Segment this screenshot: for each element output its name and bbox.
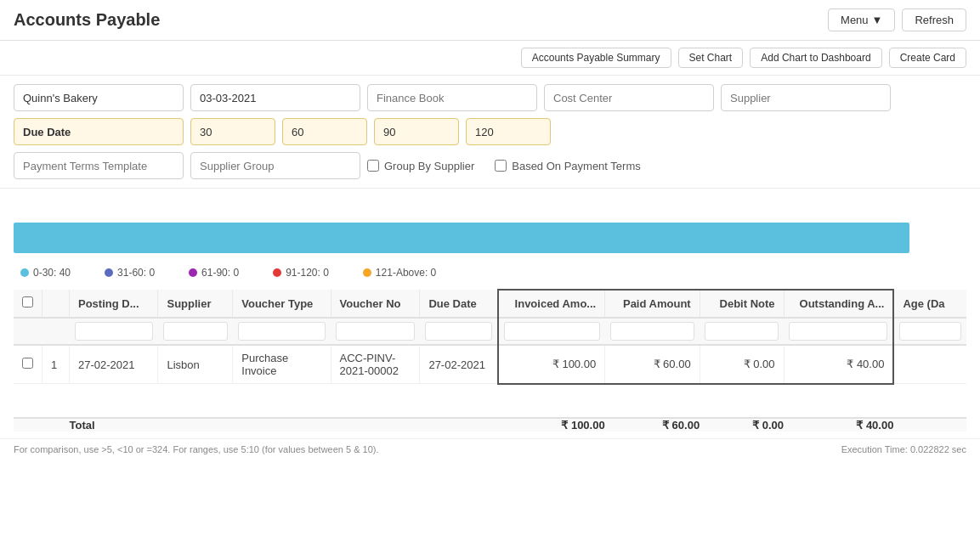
filter-cell-voucher-no: [331, 318, 420, 345]
row-debit-note: ₹ 0.00: [700, 345, 784, 384]
table-filter-row: [14, 318, 966, 345]
legend-dot-above: [363, 268, 371, 277]
row-checkbox[interactable]: [22, 358, 33, 369]
table-row: 1 27-02-2021 Lisbon Purchase Invoice ACC…: [14, 345, 966, 384]
total-debit-note: ₹ 0.00: [700, 418, 784, 432]
total-check-cell: [14, 418, 42, 432]
total-invoiced-amount: ₹ 100.00: [498, 418, 605, 432]
summary-button[interactable]: Accounts Payable Summary: [521, 48, 671, 68]
col-header-checkbox: [14, 290, 42, 318]
filter-voucher-type[interactable]: [238, 322, 326, 341]
row-supplier: Lisbon: [158, 345, 233, 384]
legend-label-030: 0-30: 40: [33, 267, 71, 279]
legend-item-above: 121-Above: 0: [363, 267, 436, 279]
finance-book-input[interactable]: [367, 84, 537, 111]
legend-dot-91120: [273, 268, 281, 277]
total-supplier-cell: [158, 418, 233, 432]
bar-fill-030: [14, 223, 909, 253]
col-header-paid-amount: Paid Amount: [605, 290, 700, 318]
filter-row-1: [14, 84, 966, 111]
filter-cell-check: [14, 318, 42, 345]
col-header-supplier: Supplier: [158, 290, 233, 318]
accounts-payable-table: Posting D... Supplier Voucher Type Vouch…: [14, 289, 966, 432]
cost-center-input[interactable]: [544, 84, 714, 111]
period1-input[interactable]: [190, 118, 275, 145]
page-title: Accounts Payable: [14, 10, 160, 30]
spacer-row: [14, 384, 966, 418]
period2-input[interactable]: [282, 118, 367, 145]
row-no: 1: [42, 345, 70, 384]
total-label: Total: [70, 418, 158, 432]
total-row: Total ₹ 100.00 ₹ 60.00 ₹ 0.00 ₹ 40.00: [14, 418, 966, 432]
filter-age[interactable]: [899, 322, 961, 341]
total-paid-amount: ₹ 60.00: [605, 418, 700, 432]
create-card-button[interactable]: Create Card: [889, 48, 966, 68]
legend-label-3160: 31-60: 0: [117, 267, 155, 279]
due-date-label-input[interactable]: [14, 118, 184, 145]
col-header-no: [42, 290, 70, 318]
row-outstanding: ₹ 40.00: [784, 345, 893, 384]
period3-input[interactable]: [374, 118, 459, 145]
supplier-group-input[interactable]: [190, 152, 360, 179]
total-due-date-cell: [420, 418, 498, 432]
refresh-button[interactable]: Refresh: [902, 8, 966, 31]
set-chart-button[interactable]: Set Chart: [678, 48, 744, 68]
based-on-payment-terms-checkbox[interactable]: [495, 160, 507, 172]
filter-invoiced-amount[interactable]: [504, 322, 600, 341]
filter-cell-due-date: [420, 318, 498, 345]
row-age: [893, 345, 966, 384]
add-chart-button[interactable]: Add Chart to Dashboard: [750, 48, 881, 68]
legend-dot-030: [20, 268, 29, 277]
group-by-supplier-checkbox[interactable]: [367, 160, 379, 172]
company-input[interactable]: [14, 84, 184, 111]
total-voucher-no-cell: [331, 418, 420, 432]
table-container: Posting D... Supplier Voucher Type Vouch…: [0, 289, 980, 432]
legend-dot-3160: [105, 268, 113, 277]
filter-paid-amount[interactable]: [610, 322, 694, 341]
filter-row-3: Group By Supplier Based On Payment Terms: [14, 152, 966, 179]
legend-item-030: 0-30: 40: [20, 267, 71, 279]
spacer-cell: [14, 384, 966, 418]
filter-due-date[interactable]: [425, 322, 492, 341]
chart-legend: 0-30: 40 31-60: 0 61-90: 0 91-120: 0 121…: [14, 263, 966, 282]
page-footer: For comparison, use >5, <10 or =324. For…: [0, 438, 980, 460]
row-posting-date: 27-02-2021: [70, 345, 158, 384]
legend-label-6190: 61-90: 0: [201, 267, 239, 279]
filter-supplier[interactable]: [163, 322, 228, 341]
select-all-checkbox[interactable]: [22, 296, 33, 307]
supplier-input[interactable]: [721, 84, 891, 111]
filter-debit-note[interactable]: [705, 322, 779, 341]
legend-item-6190: 61-90: 0: [189, 267, 239, 279]
period4-input[interactable]: [466, 118, 551, 145]
filter-cell-no: [42, 318, 70, 345]
col-header-outstanding: Outstanding A...: [784, 290, 893, 318]
payment-terms-input[interactable]: [14, 152, 184, 179]
col-header-debit-note: Debit Note: [700, 290, 784, 318]
col-header-due-date: Due Date: [420, 290, 498, 318]
row-voucher-type: Purchase Invoice: [233, 345, 331, 384]
legend-label-91120: 91-120: 0: [286, 267, 329, 279]
legend-item-3160: 31-60: 0: [105, 267, 155, 279]
execution-time: Execution Time: 0.022822 sec: [841, 444, 966, 454]
filter-outstanding[interactable]: [789, 322, 887, 341]
filter-posting-date[interactable]: [75, 322, 153, 341]
toolbar: Accounts Payable Summary Set Chart Add C…: [0, 41, 980, 76]
filter-voucher-no[interactable]: [336, 322, 415, 341]
filter-cell-supplier: [158, 318, 233, 345]
filter-cell-debit: [700, 318, 784, 345]
row-voucher-no: ACC-PINV-2021-00002: [331, 345, 420, 384]
filter-row-2: [14, 118, 966, 145]
total-age-cell: [893, 418, 966, 432]
based-on-payment-terms-checkbox-group: Based On Payment Terms: [495, 160, 641, 172]
col-header-voucher-type: Voucher Type: [233, 290, 331, 318]
header-actions: Menu ▼ Refresh: [828, 8, 966, 31]
row-paid-amount: ₹ 60.00: [605, 345, 700, 384]
date-input[interactable]: [190, 84, 360, 111]
col-header-posting-date: Posting D...: [70, 290, 158, 318]
bar-chart: [14, 202, 966, 253]
menu-button[interactable]: Menu ▼: [828, 8, 895, 31]
filter-cell-age: [893, 318, 966, 345]
group-by-supplier-label: Group By Supplier: [384, 160, 474, 172]
top-header: Accounts Payable Menu ▼ Refresh: [0, 0, 980, 41]
col-header-age: Age (Da: [893, 290, 966, 318]
